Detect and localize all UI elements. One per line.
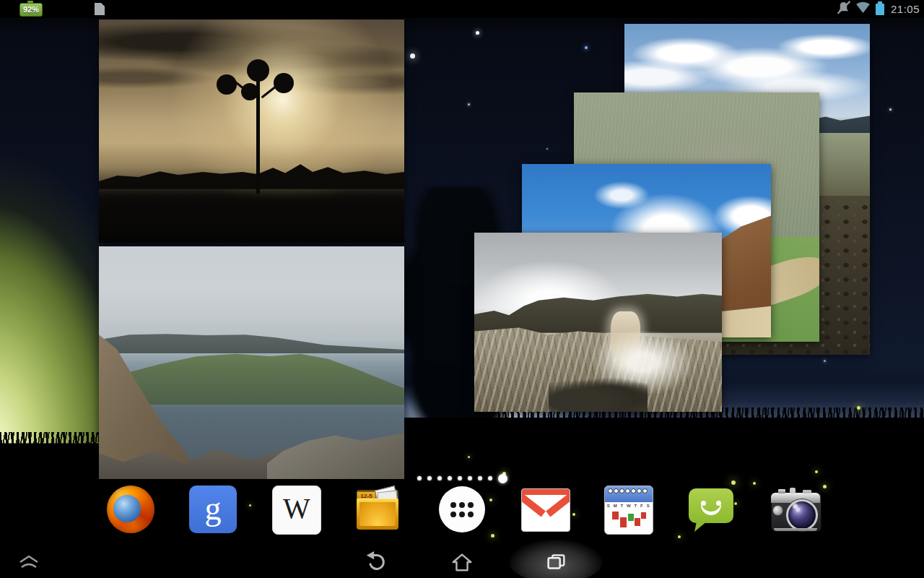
page-dot (417, 476, 422, 480)
home-icon (450, 550, 474, 574)
firefly (823, 485, 827, 488)
distant-cliffs (99, 323, 404, 353)
camera-knob (778, 489, 785, 493)
star (585, 46, 588, 49)
battery-percent-badge: 92% (19, 3, 43, 17)
app-drawer-circle-icon (439, 486, 485, 532)
dock-icon-firefox-browser[interactable] (107, 486, 154, 533)
clock: 21:05 (889, 3, 920, 15)
lamp-globe (217, 74, 237, 95)
calendar-event-block (620, 517, 627, 527)
recents-icon (544, 550, 568, 574)
photo-widget-sunset-lamp[interactable] (99, 20, 404, 243)
drawer-dot (459, 512, 465, 517)
firefly (491, 534, 494, 538)
river-rocks (549, 376, 648, 412)
camera-dial (772, 505, 783, 516)
firefox-globe-icon (113, 495, 141, 522)
dock-icon-google-search[interactable]: g (189, 486, 237, 533)
calendar-event-block (612, 512, 619, 519)
calendar-ring (614, 488, 619, 493)
drawer-dot (450, 512, 456, 517)
sd-card-icon (95, 3, 105, 15)
star (476, 31, 479, 35)
page-dot (448, 476, 452, 480)
lamp-globe (241, 83, 258, 100)
drawer-dot (468, 502, 474, 508)
lamp-globe (274, 73, 294, 93)
star (546, 148, 548, 150)
dock-icon-file-manager[interactable]: 12-5 (354, 486, 401, 533)
dock-icon-calendar[interactable]: S M T W T F S (604, 486, 653, 535)
foreground-boulder (267, 428, 404, 479)
waterfall-cliffs (474, 286, 722, 332)
google-g-icon: g (189, 486, 237, 532)
page-dot (488, 476, 492, 480)
firefly (815, 470, 818, 473)
recents-button[interactable] (531, 545, 581, 578)
app-drawer-button[interactable] (438, 486, 486, 533)
calendar-event-block (628, 514, 634, 521)
firefly (489, 499, 492, 501)
calendar-event-block (641, 512, 646, 519)
camera-knob (803, 490, 811, 493)
mute-icon (837, 1, 850, 17)
navigation-bar (0, 545, 924, 578)
firefly (572, 513, 575, 516)
star (468, 103, 470, 105)
dock-icon-camera[interactable] (771, 487, 820, 532)
star (824, 360, 826, 362)
page-dot (427, 476, 432, 480)
wikipedia-w-icon: W (273, 486, 321, 531)
star (889, 108, 892, 111)
calendar-ring (619, 488, 624, 493)
battery-icon (876, 4, 884, 15)
calendar-ring (642, 488, 648, 493)
lens-glint (793, 504, 798, 509)
crowd-silhouette (99, 185, 404, 243)
calendar-weekday-row: S M T W T F S (605, 504, 653, 508)
firefly (468, 456, 470, 458)
drawer-dot (459, 502, 465, 508)
page-dot (468, 476, 472, 480)
chevron-up-icon (14, 553, 43, 571)
page-dot (458, 476, 462, 480)
dock-icon-wikipedia[interactable]: W (272, 486, 321, 535)
drawer-dot (450, 502, 456, 508)
calendar-ring (631, 488, 636, 493)
gmail-envelope-top (522, 489, 570, 495)
calendar-ring (625, 488, 630, 493)
back-button[interactable] (350, 545, 401, 578)
dock-icon-messaging[interactable] (687, 486, 735, 533)
dock-icon-gmail[interactable] (521, 488, 570, 532)
star (410, 53, 415, 59)
firefly (731, 480, 736, 485)
page-dot (437, 476, 442, 480)
status-bar[interactable]: 92% 21:05 (0, 0, 924, 18)
lamp-globe (247, 59, 269, 82)
hide-navbar-button[interactable] (4, 545, 54, 578)
photo-widget-muddy-waterfall[interactable] (474, 233, 722, 412)
firefly (753, 482, 756, 485)
hill-silhouette (99, 153, 404, 189)
drawer-dot (468, 512, 474, 517)
firefly (249, 504, 251, 506)
folder-front-highlight (359, 502, 396, 526)
calendar-event-block (635, 518, 640, 526)
photo-widget-coastal-fjord[interactable] (99, 246, 404, 479)
back-arrow-icon (363, 550, 388, 574)
calendar-ring (608, 488, 613, 493)
status-icons-right: 21:05 (837, 0, 920, 18)
page-dot-current (498, 474, 507, 483)
camera-lens-icon (786, 499, 818, 531)
android-home-screen: 92% 21:05 g W (0, 0, 924, 578)
firefly (678, 535, 681, 538)
firefly (857, 406, 860, 410)
camera-base (774, 528, 817, 531)
page-dot (478, 476, 482, 480)
wifi-icon (855, 1, 871, 17)
home-button[interactable] (437, 545, 487, 578)
page-indicator (417, 473, 507, 484)
calendar-ring (637, 488, 642, 493)
camera-viewfinder (790, 488, 796, 493)
